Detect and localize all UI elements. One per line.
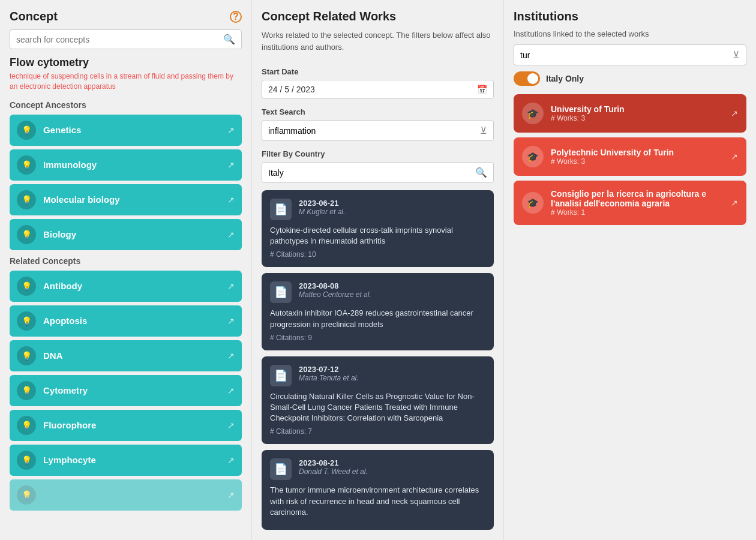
- institution-works-consiglio: # Works: 1: [551, 208, 731, 217]
- work-doc-icon-1: 📄: [270, 199, 292, 220]
- country-input[interactable]: [268, 168, 475, 178]
- concept-search-icon[interactable]: 🔍: [223, 34, 235, 45]
- work-title-4: The tumor immune microenvironment archit…: [270, 485, 485, 518]
- work-doc-icon-3: 📄: [270, 365, 292, 386]
- ancestor-item-immunology[interactable]: 💡 Immunology ↗: [10, 149, 242, 181]
- fluorophore-external-icon[interactable]: ↗: [227, 421, 235, 430]
- work-citations-2: # Citations: 9: [270, 334, 485, 342]
- text-search-input[interactable]: [268, 126, 480, 136]
- institution-external-icon-polytechnic[interactable]: ↗: [731, 152, 738, 161]
- immunology-label: Immunology: [43, 160, 227, 170]
- work-card-3[interactable]: 📄 2023-07-12 Marta Tenuta et al. Circula…: [262, 356, 494, 445]
- cytometry-icon: 💡: [17, 381, 36, 400]
- apoptosis-icon: 💡: [17, 311, 36, 331]
- antibody-icon: 💡: [17, 277, 36, 296]
- related-item-cytometry[interactable]: 💡 Cytometry ↗: [10, 375, 242, 406]
- molecular-biology-external-icon[interactable]: ↗: [227, 195, 235, 205]
- institution-search-input[interactable]: [520, 50, 733, 60]
- molecular-biology-label: Molecular biology: [43, 194, 227, 205]
- institution-card-consiglio[interactable]: 🎓 Consiglio per la ricerca in agricoltur…: [514, 181, 746, 225]
- work-authors-1: M Kugler et al.: [299, 208, 485, 216]
- genetics-external-icon[interactable]: ↗: [227, 125, 235, 135]
- cytometry-label: Cytometry: [43, 385, 227, 395]
- country-box[interactable]: 🔍: [262, 162, 494, 183]
- dna-external-icon[interactable]: ↗: [227, 351, 235, 361]
- institution-search-box[interactable]: ⊻: [514, 44, 746, 65]
- work-card-4[interactable]: 📄 2023-08-21 Donald T. Weed et al. The t…: [262, 450, 494, 530]
- institutions-description: Institutions linked to the selected work…: [514, 29, 746, 38]
- country-search-icon[interactable]: 🔍: [475, 167, 487, 178]
- institution-name-consiglio: Consiglio per la ricerca in agricoltura …: [551, 189, 731, 208]
- works-title-text: Concept Related Works: [262, 10, 396, 23]
- work-meta-4: 2023-08-21 Donald T. Weed et al.: [299, 458, 485, 476]
- partial-external-icon[interactable]: ↗: [227, 490, 235, 500]
- work-title-2: Autotaxin inhibitor IOA-289 reduces gast…: [270, 308, 485, 329]
- works-panel: Concept Related Works Works related to t…: [252, 0, 504, 540]
- work-doc-icon-2: 📄: [270, 281, 292, 303]
- molecular-biology-icon: 💡: [17, 190, 36, 209]
- institution-icon-consiglio: 🎓: [522, 192, 544, 214]
- ancestor-item-molecular-biology[interactable]: 💡 Molecular biology ↗: [10, 184, 242, 215]
- genetics-icon: 💡: [17, 121, 36, 140]
- institution-icon-polytechnic: 🎓: [522, 146, 544, 167]
- text-search-filter-icon[interactable]: ⊻: [480, 125, 487, 136]
- italy-only-toggle[interactable]: [514, 71, 540, 86]
- immunology-icon: 💡: [17, 155, 36, 175]
- work-doc-icon-4: 📄: [270, 458, 292, 480]
- concept-title-text: Concept: [10, 10, 58, 23]
- institution-card-turin[interactable]: 🎓 University of Turin # Works: 3 ↗: [514, 94, 746, 133]
- biology-external-icon[interactable]: ↗: [227, 230, 235, 239]
- institution-filter-icon[interactable]: ⊻: [733, 49, 740, 61]
- institution-name-polytechnic: Polytechnic University of Turin: [551, 148, 731, 157]
- work-date-2: 2023-08-08: [299, 281, 485, 290]
- institutions-panel: Institutions Institutions linked to the …: [504, 0, 756, 540]
- work-meta-1: 2023-06-21 M Kugler et al.: [299, 199, 485, 216]
- work-authors-3: Marta Tenuta et al.: [299, 374, 485, 382]
- concept-search-input[interactable]: [16, 35, 223, 44]
- work-authors-2: Matteo Centonze et al.: [299, 290, 485, 299]
- work-date-4: 2023-08-21: [299, 458, 485, 467]
- related-label: Related Concepts: [10, 256, 242, 266]
- related-item-lymphocyte[interactable]: 💡 Lymphocyte ↗: [10, 445, 242, 476]
- apoptosis-external-icon[interactable]: ↗: [227, 316, 235, 326]
- start-date-label: Start Date: [262, 67, 494, 76]
- related-item-partial[interactable]: 💡 ↗: [10, 479, 242, 511]
- lymphocyte-icon: 💡: [17, 451, 36, 470]
- immunology-external-icon[interactable]: ↗: [227, 160, 235, 170]
- dna-icon: 💡: [17, 346, 36, 365]
- related-item-apoptosis[interactable]: 💡 Apoptosis ↗: [10, 305, 242, 337]
- related-item-dna[interactable]: 💡 DNA ↗: [10, 340, 242, 371]
- institution-info-consiglio: Consiglio per la ricerca in agricoltura …: [551, 189, 731, 217]
- calendar-icon[interactable]: 📅: [477, 85, 487, 94]
- help-icon[interactable]: ?: [230, 11, 242, 23]
- institution-external-icon-turin[interactable]: ↗: [731, 109, 738, 118]
- related-item-fluorophore[interactable]: 💡 Fluorophore ↗: [10, 410, 242, 441]
- start-date-box[interactable]: 24 / 5 / 2023 📅: [262, 80, 494, 99]
- institutions-panel-title: Institutions: [514, 10, 746, 23]
- biology-icon: 💡: [17, 225, 36, 244]
- antibody-label: Antibody: [43, 281, 227, 291]
- work-title-3: Circulating Natural Killer Cells as Prog…: [270, 391, 485, 424]
- selected-concept: Flow cytometry technique of suspending c…: [10, 56, 242, 92]
- lymphocyte-external-icon[interactable]: ↗: [227, 455, 235, 465]
- ancestor-item-biology[interactable]: 💡 Biology ↗: [10, 219, 242, 250]
- works-list-scroll: 📄 2023-06-21 M Kugler et al. Cytokine-di…: [262, 190, 494, 530]
- genetics-label: Genetics: [43, 125, 227, 135]
- text-search-box[interactable]: ⊻: [262, 120, 494, 141]
- antibody-external-icon[interactable]: ↗: [227, 281, 235, 291]
- partial-icon: 💡: [17, 485, 36, 505]
- cytometry-external-icon[interactable]: ↗: [227, 386, 235, 395]
- concept-search-box[interactable]: 🔍: [10, 29, 242, 49]
- concept-list-scroll: 💡 Genetics ↗ 💡 Immunology ↗ 💡 Molecular …: [10, 115, 242, 530]
- work-card-2[interactable]: 📄 2023-08-08 Matteo Centonze et al. Auto…: [262, 273, 494, 350]
- institution-card-polytechnic[interactable]: 🎓 Polytechnic University of Turin # Work…: [514, 137, 746, 176]
- related-item-antibody[interactable]: 💡 Antibody ↗: [10, 271, 242, 302]
- work-date-3: 2023-07-12: [299, 365, 485, 374]
- italy-only-label: Italy Only: [546, 74, 584, 83]
- work-title-1: Cytokine-directed cellular cross-talk im…: [270, 225, 485, 247]
- work-card-1[interactable]: 📄 2023-06-21 M Kugler et al. Cytokine-di…: [262, 190, 494, 267]
- works-panel-title: Concept Related Works: [262, 10, 494, 23]
- institution-external-icon-consiglio[interactable]: ↗: [731, 198, 738, 208]
- filter-country-label: Filter By Country: [262, 149, 494, 158]
- ancestor-item-genetics[interactable]: 💡 Genetics ↗: [10, 115, 242, 146]
